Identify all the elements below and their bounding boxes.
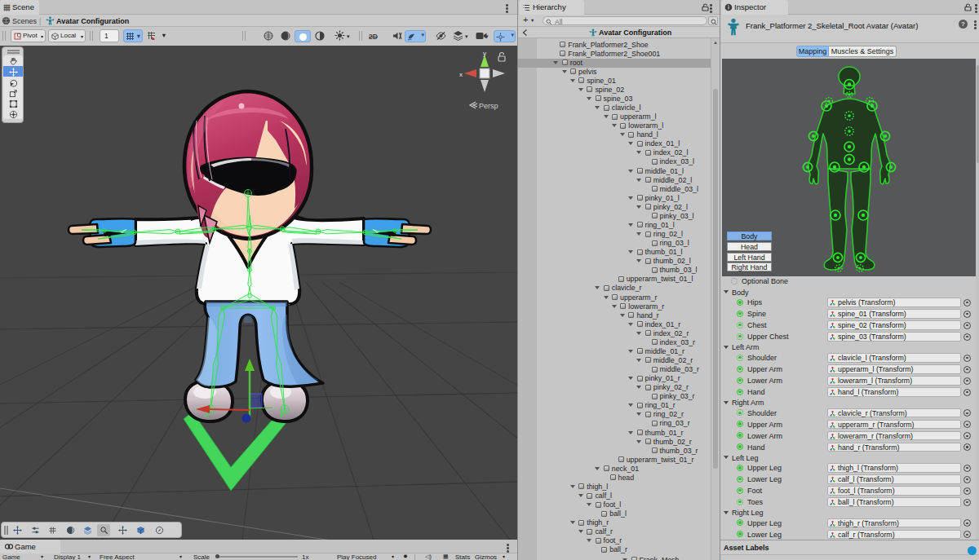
svg-text:Persp: Persp: [479, 102, 498, 110]
svg-text:y: y: [483, 50, 486, 57]
svg-text:x: x: [459, 71, 463, 78]
